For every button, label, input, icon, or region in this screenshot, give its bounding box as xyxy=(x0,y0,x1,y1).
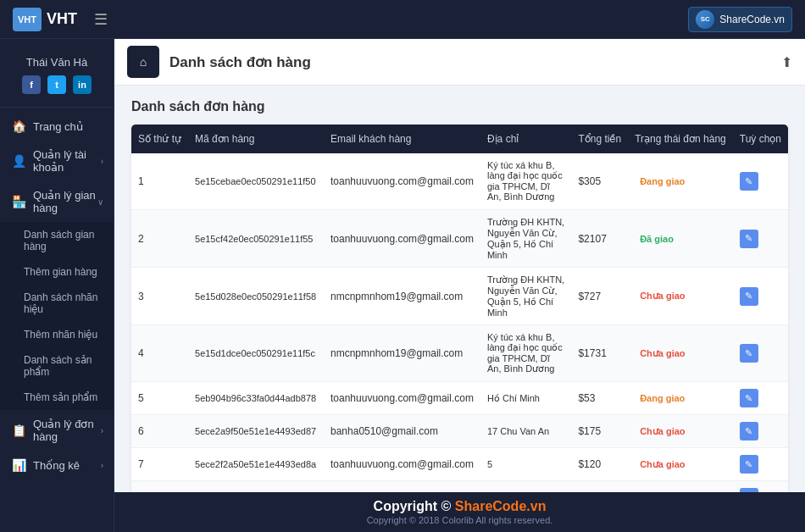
home-button[interactable]: ⌂ xyxy=(127,46,159,78)
sharecode-logo: SC xyxy=(696,10,714,29)
page-title: Danh sách đơn hàng xyxy=(169,53,311,71)
export-icon[interactable]: ⬆ xyxy=(781,54,792,70)
cell-stt: 3 xyxy=(131,268,188,325)
sidebar-item-trang-chu[interactable]: 🏠 Trang chủ xyxy=(0,112,114,141)
content-header: ⌂ Danh sách đơn hàng ⬆ xyxy=(114,39,805,86)
sidebar-item-danh-sach-san-pham[interactable]: Danh sách sản phẩm xyxy=(0,347,114,385)
col-trangthai: Trạng thái đơn hàng xyxy=(628,125,733,153)
cell-email: nmcnpmnhom19@gmail.com xyxy=(324,268,480,325)
cell-ma: 5e15d1dce0ec050291e11f5c xyxy=(188,325,324,382)
table-row: 4 5e15d1dce0ec050291e11f5c nmcnpmnhom19@… xyxy=(131,325,788,382)
logo: VHT VHT xyxy=(13,8,77,31)
cell-trangthai: Chưa giao xyxy=(628,415,733,448)
footer: Copyright © ShareCode.vn Copyright © 201… xyxy=(114,492,805,532)
cell-tuychon: ✎ xyxy=(733,210,788,268)
sidebar-item-danh-sach-nhan-hieu[interactable]: Danh sách nhãn hiệu xyxy=(0,285,114,322)
cell-tuychon: ✎ xyxy=(733,448,788,481)
footer-main: Copyright © ShareCode.vn xyxy=(121,499,798,514)
sidebar-item-quan-ly-tai-khoan[interactable]: 👤 Quản lý tài khoản › xyxy=(0,141,114,181)
edit-button[interactable]: ✎ xyxy=(740,422,758,441)
cell-trangthai: Đang giao xyxy=(628,481,733,493)
cell-tong: $1731 xyxy=(571,325,628,382)
chevron-right-icon-2: › xyxy=(101,426,103,435)
col-tuychon: Tuỳ chọn xyxy=(733,125,788,153)
topnav: VHT VHT ☰ SC ShareCode.vn xyxy=(0,0,805,39)
cell-diachi: Trường ĐH KHTN, Nguyễn Văn Cừ, Quận 5, H… xyxy=(480,210,571,268)
edit-button[interactable]: ✎ xyxy=(740,172,758,191)
cell-trangthai: Chưa giao xyxy=(628,325,733,382)
cell-stt: 5 xyxy=(131,382,188,415)
home-btn-icon: ⌂ xyxy=(140,55,147,69)
status-badge: Chưa giao xyxy=(635,424,690,439)
cell-tong: $305 xyxy=(571,153,628,210)
edit-button[interactable]: ✎ xyxy=(740,344,758,363)
sidebar-nav: 🏠 Trang chủ 👤 Quản lý tài khoản › 🏪 Quản… xyxy=(0,108,114,484)
orders-table: Số thứ tự Mã đơn hàng Email khách hàng Đ… xyxy=(131,125,788,492)
cell-ma: 5eb904b96c33fa0d44adb878 xyxy=(188,382,324,415)
cell-ma: 5ece32dd50e51e1e4493ed8d xyxy=(188,481,324,493)
cell-tong: $2107 xyxy=(571,210,628,268)
col-diachi: Địa chỉ xyxy=(480,125,571,153)
chevron-right-icon-3: › xyxy=(101,461,103,470)
user-name: Thái Văn Hà xyxy=(4,56,109,69)
sharecode-label: ShareCode.vn xyxy=(719,14,785,25)
orders-icon: 📋 xyxy=(12,424,26,437)
hamburger-icon[interactable]: ☰ xyxy=(94,10,108,29)
cell-stt: 6 xyxy=(131,415,188,448)
sidebar: Thái Văn Hà f t in 🏠 Trang chủ 👤 Quản lý… xyxy=(0,39,114,532)
section-title: Danh sách đơn hàng xyxy=(131,98,788,114)
cell-email: toanhuuvuong.com@gmail.com xyxy=(324,448,480,481)
table-header: Số thứ tự Mã đơn hàng Email khách hàng Đ… xyxy=(131,125,788,153)
table-row: 1 5e15cebae0ec050291e11f50 toanhuuvuong.… xyxy=(131,153,788,210)
cell-ma: 5ece2a9f50e51e1e4493ed87 xyxy=(188,415,324,448)
stats-icon: 📊 xyxy=(12,458,26,472)
cell-email: banha0510@gmail.com xyxy=(324,481,480,493)
logo-icon: VHT xyxy=(13,8,42,31)
content-body: Danh sách đơn hàng Số thứ tự Mã đơn hàng… xyxy=(114,86,805,492)
cell-email: toanhuuvuong.com@gmail.com xyxy=(324,382,480,415)
account-icon: 👤 xyxy=(12,154,26,168)
sidebar-item-danh-sach-gian-hang[interactable]: Danh sách gian hàng xyxy=(0,222,114,259)
cell-tuychon: ✎ xyxy=(733,325,788,382)
edit-button[interactable]: ✎ xyxy=(740,287,758,306)
sidebar-item-store-label: Quản lý gian hàng xyxy=(33,189,97,214)
cell-stt: 4 xyxy=(131,325,188,382)
sidebar-item-account-label: Quản lý tài khoản xyxy=(33,148,101,174)
sidebar-item-them-san-pham[interactable]: Thêm sản phẩm xyxy=(0,385,114,410)
cell-diachi: 5 xyxy=(480,448,571,481)
table-row: 7 5ece2f2a50e51e1e4493ed8a toanhuuvuong.… xyxy=(131,448,788,481)
chevron-down-icon: ∨ xyxy=(97,197,103,207)
cell-tuychon: ✎ xyxy=(733,481,788,493)
footer-highlight: ShareCode.vn xyxy=(455,499,547,513)
cell-email: toanhuuvuong.com@gmail.com xyxy=(324,153,480,210)
sidebar-item-thong-ke[interactable]: 📊 Thống kê › xyxy=(0,451,114,479)
facebook-icon[interactable]: f xyxy=(22,75,41,94)
col-ma: Mã đơn hàng xyxy=(188,125,324,153)
sidebar-item-them-nhan-hieu[interactable]: Thêm nhãn hiệu xyxy=(0,322,114,347)
cell-tong: $175 xyxy=(571,415,628,448)
cell-trangthai: Đang giao xyxy=(628,382,733,415)
table-row: 8 5ece32dd50e51e1e4493ed8d banha0510@gma… xyxy=(131,481,788,493)
sidebar-item-them-gian-hang[interactable]: Thêm gian hàng xyxy=(0,259,114,285)
home-icon: 🏠 xyxy=(12,119,26,133)
sidebar-item-stats-label: Thống kê xyxy=(33,459,80,472)
cell-ma: 5e15cebae0ec050291e11f50 xyxy=(188,153,324,210)
cell-ma: 5e15cf42e0ec050291e11f55 xyxy=(188,210,324,268)
twitter-icon[interactable]: t xyxy=(47,75,66,94)
status-badge: Chưa giao xyxy=(635,346,690,361)
sidebar-item-quan-ly-don-hang[interactable]: 📋 Quản lý đơn hàng › xyxy=(0,410,114,451)
edit-button[interactable]: ✎ xyxy=(740,455,758,474)
footer-sub: Copyright © 2018 Colorlib All rights res… xyxy=(121,515,798,525)
linkedin-icon[interactable]: in xyxy=(73,75,92,94)
sidebar-item-quan-ly-gian-hang[interactable]: 🏪 Quản lý gian hàng ∨ xyxy=(0,181,114,222)
sidebar-submenu-store: Danh sách gian hàng Thêm gian hàng Danh … xyxy=(0,222,114,410)
edit-button[interactable]: ✎ xyxy=(740,389,758,407)
cell-trangthai: Chưa giao xyxy=(628,268,733,325)
store-icon: 🏪 xyxy=(12,195,26,208)
status-badge: Đang giao xyxy=(635,175,690,188)
table-row: 3 5e15d028e0ec050291e11f58 nmcnpmnhom19@… xyxy=(131,268,788,325)
col-tong: Tổng tiền xyxy=(571,125,628,153)
status-badge: Chưa giao xyxy=(635,457,690,472)
edit-button[interactable]: ✎ xyxy=(740,230,758,248)
cell-email: banha0510@gmail.com xyxy=(324,415,480,448)
